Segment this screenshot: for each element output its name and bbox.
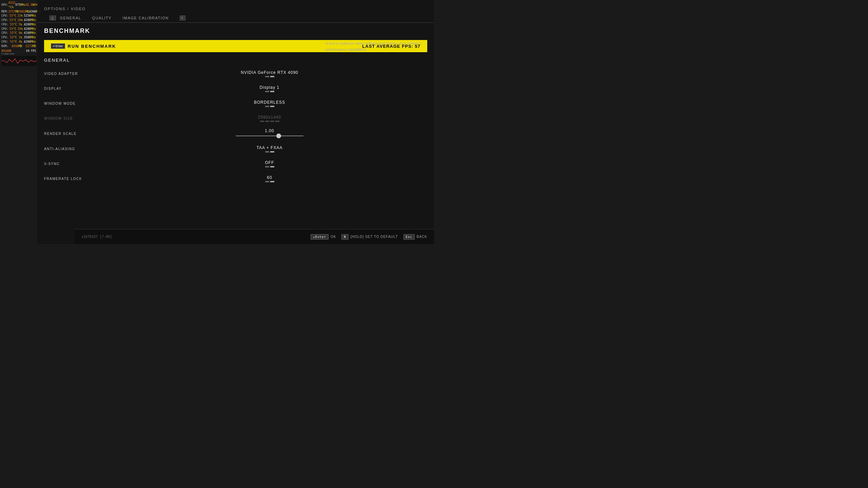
- display-label: DISPLAY: [44, 87, 112, 90]
- arrow-left: [265, 76, 269, 77]
- n-key-badge: N: [341, 234, 348, 240]
- display-value: Display 1: [260, 85, 279, 90]
- window-size-label: WINDOW SIZE: [44, 117, 112, 120]
- run-benchmark-label: RUN BENCHMARK: [68, 44, 362, 49]
- render-scale-label: RENDER SCALE: [44, 132, 112, 136]
- arrow-right: [270, 76, 274, 77]
- tab-e-key[interactable]: E: [174, 14, 193, 22]
- frametime-graph: [1, 56, 37, 66]
- tab-quality[interactable]: QUALITY: [87, 14, 117, 22]
- window-size-value: 868x488: [258, 115, 281, 120]
- window-mode-arrows: [265, 106, 274, 107]
- arrow-left: [265, 91, 269, 92]
- vsync-arrows: [265, 166, 274, 167]
- arrow-right: [270, 91, 274, 92]
- anti-aliasing-label: ANTI-ALIASING: [44, 147, 112, 151]
- hud-gpu-mhz: 975MHz: [15, 3, 26, 7]
- render-scale-slider[interactable]: [236, 133, 303, 139]
- arrow-left: [260, 121, 264, 122]
- hud-gpu-load: 32 %: [12, 1, 15, 9]
- svg-rect-0: [1, 56, 37, 66]
- tab-e-badge: E: [180, 16, 186, 20]
- fps-badge: 60 FPS: [26, 49, 36, 53]
- arrow-mid1: [265, 121, 269, 122]
- arrow-right: [270, 151, 274, 152]
- description-text: A tool to optimize video settings and as…: [326, 41, 424, 53]
- vulkan-badge: VULKAN: [1, 49, 11, 53]
- anti-aliasing-arrows: [265, 151, 274, 152]
- arrow-right: [270, 106, 274, 107]
- vsync-label: V-SYNC: [44, 162, 112, 166]
- tab-general-label: GENERAL: [60, 16, 81, 20]
- version-text: v2678197 [?-09]: [81, 235, 112, 239]
- arrow-mid2: [270, 121, 274, 122]
- tab-image-calibration-label: IMAGE CALIBRATION: [122, 16, 169, 20]
- tab-general[interactable]: Q GENERAL: [44, 14, 87, 22]
- esc-key-badge: Esc: [403, 234, 415, 240]
- bottom-controls: ↵Enter OK N [HOLD] SET TO DEFAULT Esc BA…: [311, 234, 427, 240]
- slider-track: [236, 136, 303, 136]
- bottom-back-control: Esc BACK: [403, 234, 428, 240]
- framerate-lock-label: FRAMERATE LOCK: [44, 177, 112, 181]
- anti-aliasing-value: TAA + FXAA: [257, 145, 283, 150]
- bottom-ok-control: ↵Enter OK: [311, 234, 336, 240]
- hold-default-label: [HOLD] SET TO DEFAULT: [351, 235, 398, 239]
- framerate-lock-value: 60: [267, 175, 272, 180]
- arrow-right: [270, 181, 274, 182]
- display-arrows: [265, 91, 274, 92]
- hud-gpu-temp: 43 °C: [8, 1, 12, 9]
- bottom-default-control: N [HOLD] SET TO DEFAULT: [341, 234, 398, 240]
- window-mode-value: BORDERLESS: [254, 100, 285, 105]
- ok-label: OK: [331, 235, 336, 239]
- main-panel: OPTIONS / VIDEO Q GENERAL QUALITY IMAGE …: [37, 0, 434, 244]
- back-label: BACK: [417, 235, 427, 239]
- tab-q-key: Q: [50, 16, 56, 20]
- vsync-value: OFF: [265, 160, 274, 165]
- frametime-label: Frametime: [1, 53, 37, 55]
- enter-key-icon: ↵Enter: [51, 43, 65, 49]
- tab-quality-label: QUALITY: [92, 16, 112, 20]
- arrow-right: [270, 166, 274, 167]
- arrow-left: [265, 151, 269, 152]
- window-size-arrows: [260, 121, 279, 122]
- arrow-left: [265, 181, 269, 182]
- video-adapter-arrows: [265, 76, 274, 77]
- description-panel: A tool to optimize video settings and as…: [319, 0, 434, 244]
- video-adapter-value: NVIDIA GeForce RTX 4090: [241, 70, 298, 75]
- hud-gpu-label: GPU:: [1, 3, 8, 7]
- render-scale-value: 1.00: [265, 128, 274, 133]
- bottom-bar: v2678197 [?-09] ↵Enter OK N [HOLD] SET T…: [75, 229, 434, 244]
- hud-overlay: GPU: 43 °C 32 % 975MHz 42.8W 0% MEM: 375…: [0, 0, 37, 67]
- video-adapter-label: VIDEO ADAPTER: [44, 72, 112, 76]
- slider-thumb[interactable]: [276, 134, 281, 138]
- framerate-lock-arrows: [265, 181, 274, 182]
- hud-gpu-watt: 42.8W: [26, 3, 35, 7]
- window-mode-label: WINDOW MODE: [44, 102, 112, 105]
- arrow-left: [265, 166, 269, 167]
- tab-image-calibration[interactable]: IMAGE CALIBRATION: [117, 14, 174, 22]
- arrow-left: [265, 106, 269, 107]
- enter-key-badge: ↵Enter: [311, 234, 329, 240]
- arrow-right: [275, 121, 279, 122]
